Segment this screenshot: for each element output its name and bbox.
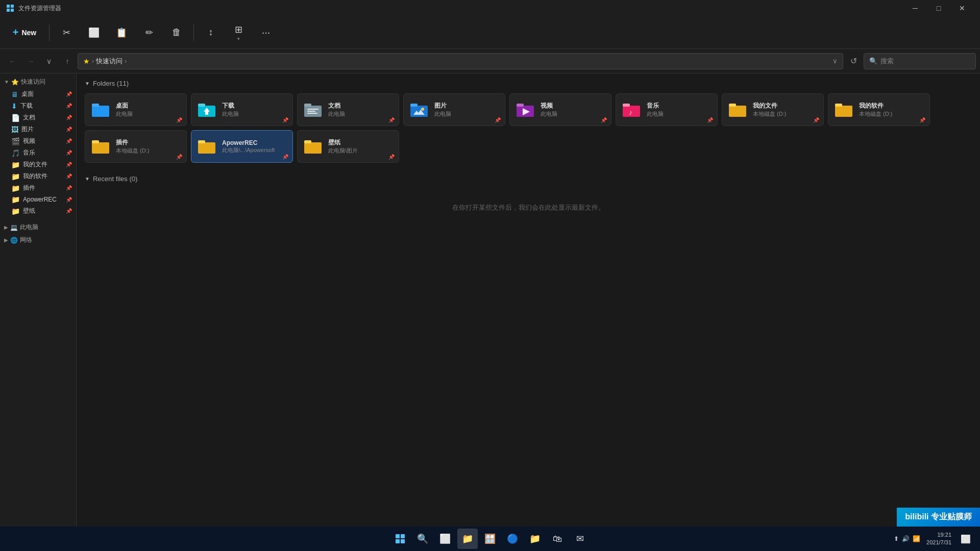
sidebar-item-myfiles[interactable]: 📁 我的文件 📌 [1,159,75,170]
explorer-taskbar-button[interactable]: 📁 [457,529,478,549]
sidebar-plugins-label: 插件 [23,184,71,192]
store-button[interactable]: 🛍 [547,529,568,549]
paste-button[interactable]: 📋 [109,19,134,46]
refresh-button[interactable]: ↺ [845,53,862,69]
start-button[interactable] [390,529,410,549]
download-icon: ⬇ [11,102,17,110]
docs-folder-icon [303,102,323,118]
view-button[interactable]: ⊞ ▾ [226,19,251,46]
mail-button[interactable]: ✉ [570,529,590,549]
maximize-button[interactable]: □ [927,0,950,16]
svg-rect-24 [729,106,746,117]
sidebar-item-wallpaper[interactable]: 📁 壁纸 📌 [1,205,75,217]
files-taskbar-icon: 📁 [529,533,541,544]
folder-plugins[interactable]: 插件 本地磁盘 (D:) 📌 [85,130,187,163]
folder-mysoftware[interactable]: 我的软件 本地磁盘 (D:) 📌 [828,93,930,126]
plugins-folder-icon [91,138,110,155]
sidebar-thispc-header[interactable]: ▶ 💻 此电脑 [0,221,76,234]
edge-button[interactable]: 🔵 [502,529,523,549]
path-text: 快速访问 [96,57,122,66]
system-tray-icons-button[interactable]: ⬆🔊📶 [892,529,922,549]
folder-mysoftware-icon-wrap [834,99,854,120]
sidebar-apowerrec-label: ApowerREC [23,196,71,203]
sidebar-quick-access-header[interactable]: ▼ ⭐ 快速访问 [0,76,76,88]
system-clock[interactable]: 19:21 2021/7/31 [926,531,951,547]
folder-desktop-pin: 📌 [176,117,182,123]
more-icon: ··· [262,27,271,38]
svg-rect-36 [396,539,400,543]
svg-rect-32 [304,142,322,154]
folder-pictures[interactable]: 图片 此电脑 📌 [403,93,505,126]
folder-docs[interactable]: 文档 此电脑 📌 [297,93,399,126]
folder-apowerrec[interactable]: ApowerREC 此电脑\...\Apowersoft 📌 [191,130,293,163]
folder-videos[interactable]: 视频 此电脑 📌 [509,93,611,126]
folder-docs-sub: 此电脑 [328,110,394,118]
folder-music-name: 音乐 [647,102,712,110]
delete-button[interactable]: 🗑 [164,19,189,46]
files-button[interactable]: 📁 [525,529,545,549]
app-icon [6,4,14,12]
sidebar-item-music[interactable]: 🎵 音乐 📌 [1,147,75,159]
cut-button[interactable]: ✂ [54,19,79,46]
sidebar-item-desktop[interactable]: 🖥 桌面 📌 [1,88,75,100]
rename-button[interactable]: ✏ [136,19,162,46]
sidebar-item-downloads[interactable]: ⬇ 下载 📌 [1,100,75,112]
sidebar-item-pictures[interactable]: 🖼 图片 📌 [1,123,75,135]
taskview-button[interactable]: ⬜ [435,529,455,549]
widgets-button[interactable]: 🪟 [480,529,500,549]
folder-music-pin: 📌 [707,117,713,123]
wallpaper-icon: 📁 [11,207,20,215]
folder-wallpaper[interactable]: 壁纸 此电脑\图片 📌 [297,130,399,163]
svg-rect-10 [304,104,311,107]
recent-section-header[interactable]: ▼ Recent files (0) [85,175,972,183]
pin-icon-4: 📌 [66,127,72,132]
pin-icon-2: 📌 [66,103,72,109]
folder-myfiles[interactable]: 我的文件 本地磁盘 (D:) 📌 [722,93,824,126]
minimize-button[interactable]: ─ [903,0,927,16]
folder-music[interactable]: ♪ 音乐 此电脑 📌 [616,93,718,126]
folder-docs-name: 文档 [328,102,394,110]
docs-icon: 📄 [11,114,20,122]
sidebar-item-videos[interactable]: 🎬 视频 📌 [1,135,75,147]
folder-desktop[interactable]: 桌面 此电脑 📌 [85,93,187,126]
recent-locations-button[interactable]: ∨ [41,53,57,69]
folder-downloads[interactable]: 下载 此电脑 📌 [191,93,293,126]
network-expand-icon: ▶ [4,237,8,243]
sidebar-quick-access-label: ⭐ [11,79,19,86]
new-button[interactable]: + New [4,19,45,46]
folder-videos-sub: 此电脑 [541,110,606,118]
up-button[interactable]: ↑ [59,53,76,69]
back-button[interactable]: ← [4,53,20,69]
more-button[interactable]: ··· [253,19,279,46]
pin-icon-6: 📌 [66,150,72,156]
edge-icon: 🔵 [507,533,518,544]
widgets-icon: 🪟 [484,533,496,544]
notification-button[interactable]: ⬜ [955,529,976,549]
sidebar-item-apowerrec[interactable]: 📁 ApowerREC 📌 [1,194,75,205]
sort-button[interactable]: ↕ [198,19,224,46]
address-path[interactable]: ★ › 快速访问 › ∨ [78,53,843,69]
forward-button[interactable]: → [22,53,39,69]
pin-icon-9: 📌 [66,185,72,191]
svg-point-17 [421,108,424,111]
taskview-icon: ⬜ [439,533,451,544]
folder-myfiles-name: 我的文件 [753,102,818,110]
sidebar-network-header[interactable]: ▶ 🌐 网络 [0,234,76,246]
close-button[interactable]: ✕ [950,0,974,16]
sidebar-docs-label: 文档 [23,113,71,122]
sidebar-item-docs[interactable]: 📄 文档 📌 [1,112,75,123]
folder-wallpaper-sub: 此电脑\图片 [328,147,394,155]
sidebar: ▼ ⭐ 快速访问 🖥 桌面 📌 ⬇ 下载 📌 📄 文档 📌 🖼 图片 📌 🎬 视 [0,73,77,536]
folder-docs-pin: 📌 [388,117,395,123]
sidebar-desktop-label: 桌面 [21,90,71,98]
folder-pictures-info: 图片 此电脑 [434,102,500,118]
copy-button[interactable]: ⬜ [81,19,107,46]
sidebar-item-plugins[interactable]: 📁 插件 📌 [1,182,75,194]
windows-logo-icon [395,534,405,544]
folders-section-header[interactable]: ▼ Folders (11) [85,80,972,87]
delete-icon: 🗑 [172,27,181,38]
search-box[interactable]: 🔍 搜索 [864,53,976,69]
content-area: ▼ Folders (11) 桌面 此电脑 📌 [77,73,980,536]
sidebar-item-mysoftware[interactable]: 📁 我的软件 📌 [1,170,75,182]
search-button[interactable]: 🔍 [412,529,433,549]
